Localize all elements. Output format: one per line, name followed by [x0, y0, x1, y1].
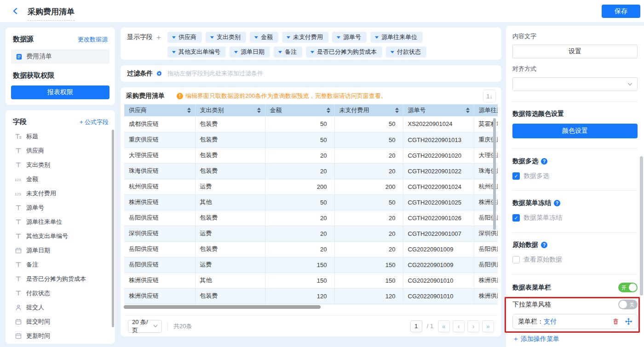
table-cell: 运费 — [195, 226, 265, 241]
table-row[interactable]: 岳阳供应链运费150150CG20220901009岳阳供应链 — [124, 257, 498, 273]
display-field-chip[interactable]: 付款状态 — [386, 46, 426, 57]
field-item[interactable]: 源单日期 — [11, 243, 111, 257]
question-icon[interactable]: ? — [554, 200, 560, 206]
field-item-label: 未支付费用 — [26, 189, 56, 198]
checkbox-checked-icon[interactable]: ✓ — [512, 214, 520, 222]
column-header[interactable]: 供应商 — [124, 104, 195, 116]
table-row[interactable]: 株洲供应链其他150150CG20220901010株洲供应链 — [124, 273, 498, 288]
display-field-chip[interactable]: 金额 — [250, 32, 278, 43]
field-item[interactable]: 123金额 — [11, 172, 111, 186]
gear-icon[interactable] — [156, 70, 162, 77]
display-field-chip[interactable]: 源单日期 — [230, 46, 270, 57]
table-row[interactable]: 大理供应链包装费2020CGTH20220901020大理供应链 — [124, 148, 498, 163]
trash-icon[interactable] — [612, 318, 619, 325]
color-settings-button[interactable]: 颜色设置 — [512, 124, 638, 138]
display-field-chip[interactable]: 源单往来单位 — [370, 32, 423, 43]
display-field-chip[interactable]: 未支付费用 — [282, 32, 328, 43]
table-vertical-scrollbar-thumb[interactable] — [493, 118, 496, 230]
field-item[interactable]: 支出类别 — [11, 158, 111, 172]
question-icon[interactable]: ? — [541, 242, 547, 248]
freeze-checkbox-row[interactable]: ✓ 数据菜单冻结 — [512, 214, 638, 222]
move-icon[interactable] — [625, 318, 632, 325]
add-display-field-button[interactable]: + — [156, 34, 161, 41]
field-item[interactable]: 源单往来单位 — [11, 215, 111, 229]
field-item[interactable]: 更新时间 — [11, 329, 111, 343]
field-item[interactable]: 是否已分摊为购货成本 — [11, 272, 111, 286]
menu-item-row[interactable]: 菜单栏： 支付 — [512, 314, 638, 329]
page-size-select[interactable]: 20 条/页 — [128, 320, 162, 333]
chip-label: 是否已分摊为购货成本 — [317, 48, 377, 56]
save-button[interactable]: 保存 — [602, 5, 640, 18]
table-row[interactable]: 株洲供应链其他5050CGTH20220901025株洲供应链 — [124, 194, 498, 210]
question-icon[interactable]: ? — [541, 158, 547, 165]
column-header[interactable]: 源单号 — [403, 104, 474, 116]
display-fields-label: 显示字段 — [127, 33, 153, 41]
sort-arrows-icon[interactable] — [187, 108, 191, 113]
change-datasource-link[interactable]: 更改数据源 — [78, 35, 108, 44]
formula-field-link[interactable]: + 公式字段 — [80, 118, 109, 126]
field-item[interactable]: 其他支出单编号 — [11, 229, 111, 243]
table-row[interactable]: 成都供应链包装费5050XS20220901024莫霍材料 — [124, 116, 498, 132]
table-cell: 200 — [265, 179, 334, 194]
dropdown-style-toggle-off[interactable]: 关 — [618, 300, 638, 309]
add-action-menu-link[interactable]: ＋ 添加操作菜单 — [512, 335, 638, 343]
sort-arrows-icon[interactable] — [257, 108, 261, 113]
field-item[interactable]: 源单号 — [11, 200, 111, 215]
menu-item-value-link[interactable]: 支付 — [544, 318, 557, 326]
field-item[interactable]: 付款状态 — [11, 286, 111, 300]
table-cell: 包装费 — [195, 241, 265, 257]
field-item[interactable]: 123未支付费用 — [11, 186, 111, 200]
display-field-chip[interactable]: 是否已分摊为购货成本 — [306, 46, 382, 57]
text-icon — [15, 205, 22, 211]
field-item-label: 提交人 — [26, 303, 44, 312]
first-page-button[interactable]: « — [438, 320, 450, 332]
column-header[interactable]: 源单往来单位 — [474, 104, 498, 116]
table-cell: 150 — [265, 257, 334, 273]
filter-dropzone[interactable]: 过滤条件 拖动左侧字段到此处来添加过滤条件 — [121, 65, 501, 82]
column-header[interactable]: 未支付费用 — [334, 104, 403, 116]
field-item[interactable]: 供应商 — [11, 143, 111, 158]
table-row[interactable]: 杭州供应链运费200200CGTH20220901024杭州供应链 — [124, 179, 498, 194]
field-item[interactable]: 标题 — [11, 129, 111, 143]
table-cell: 岳阳供应链 — [124, 257, 195, 273]
menubar-toggle-on[interactable]: 开 — [618, 283, 638, 292]
table-row[interactable]: 株洲供应链包装费120120CG20220901010株洲供应链 — [124, 288, 498, 304]
field-item[interactable]: 提交人 — [11, 300, 111, 314]
fields-scrollbar-thumb[interactable] — [112, 130, 114, 327]
sort-arrows-icon[interactable] — [395, 108, 399, 113]
back-icon[interactable] — [12, 7, 19, 15]
sort-order-icon[interactable]: 1↓ — [483, 90, 496, 102]
last-page-button[interactable]: » — [482, 320, 494, 332]
align-select[interactable] — [512, 77, 638, 91]
field-item-label: 源单日期 — [26, 246, 50, 255]
column-header[interactable]: 金额 — [265, 104, 334, 116]
table-row[interactable]: 深圳供应链运费2020CGTH20220901007深圳供应链 — [124, 226, 498, 241]
checkbox-checked-icon[interactable]: ✓ — [512, 172, 520, 180]
datasource-item[interactable]: 费用清单 — [11, 49, 109, 64]
display-field-chip[interactable]: 源单号 — [332, 32, 367, 43]
table-row[interactable]: 珠海供应链包装费2020CGTH20220901022珠海供应链 — [124, 163, 498, 179]
table-cell: 150 — [334, 273, 403, 288]
field-item[interactable]: 备注 — [11, 257, 111, 272]
page-number-input[interactable]: 1 — [410, 320, 422, 332]
table-horizontal-scrollbar-thumb[interactable] — [124, 305, 321, 309]
multi-select-checkbox-row[interactable]: ✓ 数据多选 — [512, 172, 638, 180]
display-field-chip[interactable]: 其他支出单编号 — [167, 46, 226, 57]
checkbox-unchecked-icon[interactable] — [512, 256, 520, 263]
report-permission-button[interactable]: 报表权限 — [11, 85, 109, 99]
raw-data-checkbox-row[interactable]: 查看原始数据 — [512, 256, 638, 264]
table-row[interactable]: 岳阳供应链包装费2020CGTH20220901026岳阳供应链 — [124, 210, 498, 226]
table-row[interactable]: 岳阳供应链包装费2020CG20220901009岳阳供应链 — [124, 241, 498, 257]
next-page-button[interactable]: › — [467, 320, 479, 332]
table-row[interactable]: 重庆供应链包装费5050CGTH20220901013重庆供应链 — [124, 132, 498, 148]
content-settings-button[interactable]: 设置 — [512, 45, 638, 58]
field-item[interactable]: 提交时间 — [11, 314, 111, 329]
display-field-chip[interactable]: 供应商 — [167, 32, 202, 43]
sort-arrows-icon[interactable] — [466, 108, 470, 113]
sort-arrows-icon[interactable] — [327, 108, 330, 113]
page-scrollbar-thumb[interactable] — [640, 156, 643, 296]
prev-page-button[interactable]: ‹ — [453, 320, 465, 332]
column-header[interactable]: 支出类别 — [195, 104, 265, 116]
display-field-chip[interactable]: 支出类别 — [206, 32, 246, 43]
display-field-chip[interactable]: 备注 — [274, 46, 302, 57]
